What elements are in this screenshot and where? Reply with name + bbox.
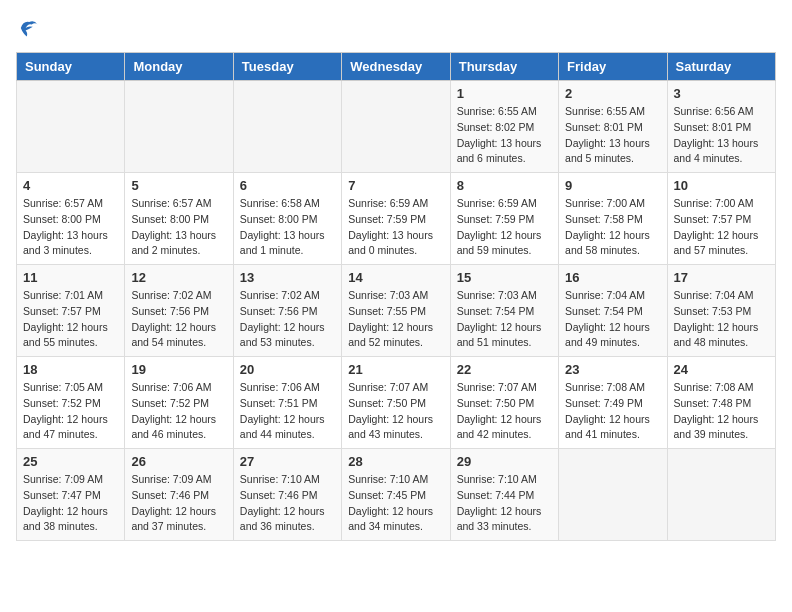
day-number: 26	[131, 454, 226, 469]
logo	[16, 16, 44, 40]
day-number: 22	[457, 362, 552, 377]
calendar-cell: 20Sunrise: 7:06 AM Sunset: 7:51 PM Dayli…	[233, 357, 341, 449]
calendar-cell: 24Sunrise: 7:08 AM Sunset: 7:48 PM Dayli…	[667, 357, 775, 449]
day-number: 16	[565, 270, 660, 285]
calendar-cell: 6Sunrise: 6:58 AM Sunset: 8:00 PM Daylig…	[233, 173, 341, 265]
calendar-cell: 3Sunrise: 6:56 AM Sunset: 8:01 PM Daylig…	[667, 81, 775, 173]
logo-icon	[16, 16, 40, 40]
day-info: Sunrise: 6:59 AM Sunset: 7:59 PM Dayligh…	[348, 196, 443, 259]
calendar-cell: 7Sunrise: 6:59 AM Sunset: 7:59 PM Daylig…	[342, 173, 450, 265]
day-info: Sunrise: 6:55 AM Sunset: 8:02 PM Dayligh…	[457, 104, 552, 167]
day-info: Sunrise: 6:59 AM Sunset: 7:59 PM Dayligh…	[457, 196, 552, 259]
column-header-tuesday: Tuesday	[233, 53, 341, 81]
day-info: Sunrise: 7:02 AM Sunset: 7:56 PM Dayligh…	[240, 288, 335, 351]
day-number: 25	[23, 454, 118, 469]
day-info: Sunrise: 7:10 AM Sunset: 7:46 PM Dayligh…	[240, 472, 335, 535]
week-row-2: 4Sunrise: 6:57 AM Sunset: 8:00 PM Daylig…	[17, 173, 776, 265]
calendar-cell: 27Sunrise: 7:10 AM Sunset: 7:46 PM Dayli…	[233, 449, 341, 541]
calendar-table: SundayMondayTuesdayWednesdayThursdayFrid…	[16, 52, 776, 541]
day-info: Sunrise: 7:00 AM Sunset: 7:57 PM Dayligh…	[674, 196, 769, 259]
column-header-thursday: Thursday	[450, 53, 558, 81]
day-info: Sunrise: 7:02 AM Sunset: 7:56 PM Dayligh…	[131, 288, 226, 351]
day-info: Sunrise: 7:08 AM Sunset: 7:48 PM Dayligh…	[674, 380, 769, 443]
day-number: 15	[457, 270, 552, 285]
day-info: Sunrise: 7:00 AM Sunset: 7:58 PM Dayligh…	[565, 196, 660, 259]
calendar-cell	[559, 449, 667, 541]
day-number: 19	[131, 362, 226, 377]
day-info: Sunrise: 7:10 AM Sunset: 7:45 PM Dayligh…	[348, 472, 443, 535]
calendar-header: SundayMondayTuesdayWednesdayThursdayFrid…	[17, 53, 776, 81]
day-number: 3	[674, 86, 769, 101]
calendar-cell: 21Sunrise: 7:07 AM Sunset: 7:50 PM Dayli…	[342, 357, 450, 449]
calendar-cell: 1Sunrise: 6:55 AM Sunset: 8:02 PM Daylig…	[450, 81, 558, 173]
day-info: Sunrise: 6:56 AM Sunset: 8:01 PM Dayligh…	[674, 104, 769, 167]
day-number: 28	[348, 454, 443, 469]
week-row-3: 11Sunrise: 7:01 AM Sunset: 7:57 PM Dayli…	[17, 265, 776, 357]
day-info: Sunrise: 7:04 AM Sunset: 7:54 PM Dayligh…	[565, 288, 660, 351]
day-number: 8	[457, 178, 552, 193]
day-info: Sunrise: 7:01 AM Sunset: 7:57 PM Dayligh…	[23, 288, 118, 351]
day-number: 11	[23, 270, 118, 285]
calendar-body: 1Sunrise: 6:55 AM Sunset: 8:02 PM Daylig…	[17, 81, 776, 541]
column-header-sunday: Sunday	[17, 53, 125, 81]
day-info: Sunrise: 7:07 AM Sunset: 7:50 PM Dayligh…	[348, 380, 443, 443]
day-number: 4	[23, 178, 118, 193]
calendar-cell: 2Sunrise: 6:55 AM Sunset: 8:01 PM Daylig…	[559, 81, 667, 173]
calendar-cell: 28Sunrise: 7:10 AM Sunset: 7:45 PM Dayli…	[342, 449, 450, 541]
column-header-monday: Monday	[125, 53, 233, 81]
calendar-cell: 26Sunrise: 7:09 AM Sunset: 7:46 PM Dayli…	[125, 449, 233, 541]
day-info: Sunrise: 7:10 AM Sunset: 7:44 PM Dayligh…	[457, 472, 552, 535]
day-info: Sunrise: 6:58 AM Sunset: 8:00 PM Dayligh…	[240, 196, 335, 259]
calendar-cell	[125, 81, 233, 173]
day-info: Sunrise: 6:57 AM Sunset: 8:00 PM Dayligh…	[131, 196, 226, 259]
day-info: Sunrise: 7:06 AM Sunset: 7:52 PM Dayligh…	[131, 380, 226, 443]
calendar-cell: 18Sunrise: 7:05 AM Sunset: 7:52 PM Dayli…	[17, 357, 125, 449]
header	[16, 16, 776, 40]
day-number: 7	[348, 178, 443, 193]
day-number: 12	[131, 270, 226, 285]
week-row-5: 25Sunrise: 7:09 AM Sunset: 7:47 PM Dayli…	[17, 449, 776, 541]
calendar-cell	[233, 81, 341, 173]
day-number: 10	[674, 178, 769, 193]
calendar-cell: 25Sunrise: 7:09 AM Sunset: 7:47 PM Dayli…	[17, 449, 125, 541]
day-info: Sunrise: 7:03 AM Sunset: 7:55 PM Dayligh…	[348, 288, 443, 351]
calendar-cell: 29Sunrise: 7:10 AM Sunset: 7:44 PM Dayli…	[450, 449, 558, 541]
day-number: 6	[240, 178, 335, 193]
column-header-wednesday: Wednesday	[342, 53, 450, 81]
calendar-cell: 17Sunrise: 7:04 AM Sunset: 7:53 PM Dayli…	[667, 265, 775, 357]
calendar-cell: 23Sunrise: 7:08 AM Sunset: 7:49 PM Dayli…	[559, 357, 667, 449]
calendar-cell	[342, 81, 450, 173]
day-info: Sunrise: 7:04 AM Sunset: 7:53 PM Dayligh…	[674, 288, 769, 351]
day-info: Sunrise: 7:07 AM Sunset: 7:50 PM Dayligh…	[457, 380, 552, 443]
day-number: 13	[240, 270, 335, 285]
day-number: 18	[23, 362, 118, 377]
column-header-saturday: Saturday	[667, 53, 775, 81]
calendar-cell: 13Sunrise: 7:02 AM Sunset: 7:56 PM Dayli…	[233, 265, 341, 357]
day-info: Sunrise: 6:55 AM Sunset: 8:01 PM Dayligh…	[565, 104, 660, 167]
day-info: Sunrise: 7:08 AM Sunset: 7:49 PM Dayligh…	[565, 380, 660, 443]
calendar-cell: 16Sunrise: 7:04 AM Sunset: 7:54 PM Dayli…	[559, 265, 667, 357]
calendar-cell: 9Sunrise: 7:00 AM Sunset: 7:58 PM Daylig…	[559, 173, 667, 265]
day-number: 20	[240, 362, 335, 377]
day-number: 29	[457, 454, 552, 469]
week-row-1: 1Sunrise: 6:55 AM Sunset: 8:02 PM Daylig…	[17, 81, 776, 173]
day-number: 14	[348, 270, 443, 285]
day-info: Sunrise: 7:09 AM Sunset: 7:47 PM Dayligh…	[23, 472, 118, 535]
calendar-cell: 14Sunrise: 7:03 AM Sunset: 7:55 PM Dayli…	[342, 265, 450, 357]
day-number: 1	[457, 86, 552, 101]
day-info: Sunrise: 7:05 AM Sunset: 7:52 PM Dayligh…	[23, 380, 118, 443]
calendar-cell: 12Sunrise: 7:02 AM Sunset: 7:56 PM Dayli…	[125, 265, 233, 357]
day-number: 24	[674, 362, 769, 377]
day-number: 27	[240, 454, 335, 469]
day-number: 17	[674, 270, 769, 285]
calendar-cell: 22Sunrise: 7:07 AM Sunset: 7:50 PM Dayli…	[450, 357, 558, 449]
calendar-cell: 8Sunrise: 6:59 AM Sunset: 7:59 PM Daylig…	[450, 173, 558, 265]
calendar-cell: 19Sunrise: 7:06 AM Sunset: 7:52 PM Dayli…	[125, 357, 233, 449]
calendar-cell: 11Sunrise: 7:01 AM Sunset: 7:57 PM Dayli…	[17, 265, 125, 357]
calendar-cell: 4Sunrise: 6:57 AM Sunset: 8:00 PM Daylig…	[17, 173, 125, 265]
calendar-cell: 10Sunrise: 7:00 AM Sunset: 7:57 PM Dayli…	[667, 173, 775, 265]
week-row-4: 18Sunrise: 7:05 AM Sunset: 7:52 PM Dayli…	[17, 357, 776, 449]
calendar-cell	[667, 449, 775, 541]
column-header-friday: Friday	[559, 53, 667, 81]
day-number: 9	[565, 178, 660, 193]
